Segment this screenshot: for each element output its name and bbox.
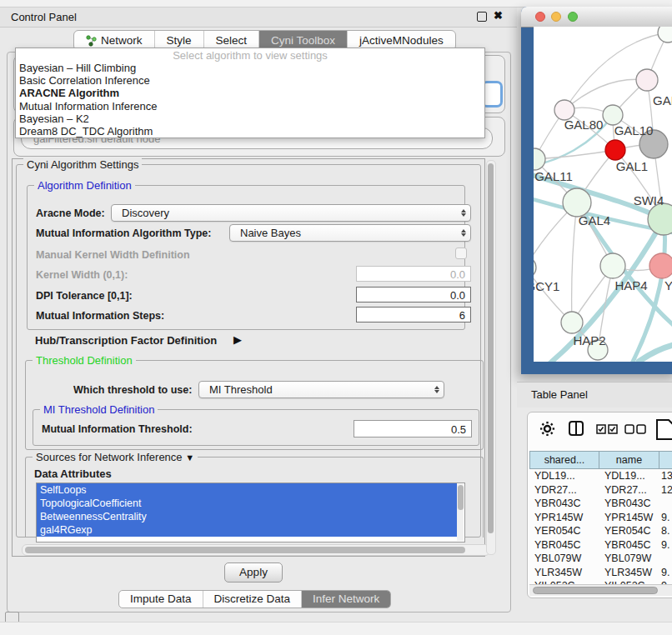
gear-icon[interactable] [539,421,555,437]
column-header[interactable]: A [659,451,672,469]
float-panel-icon[interactable] [477,12,487,22]
new-table-icon[interactable] [655,418,672,441]
panel-title: Control Panel [11,11,77,23]
kernel-width-field[interactable]: 0.0 [356,266,471,282]
group-title: Threshold Definition [33,354,136,367]
table-row[interactable]: YLR345W YLR345W 9. [529,566,672,580]
hub-definition-label: Hub/Transcription Factor Definition [35,334,217,347]
network-icon [86,35,97,47]
list-item[interactable]: TopologicalCoefficient [37,497,457,510]
table-row[interactable]: YDL19... YDL19... 13 [529,469,672,483]
list-item[interactable]: gal4RGexp [37,523,457,537]
table-row[interactable]: YER054C YER054C 8. [529,524,672,538]
table-horizontal-scrollbar[interactable] [529,584,672,596]
tab-discretize-data[interactable]: Discretize Data [203,591,302,608]
expand-arrow-icon[interactable]: ▶ [233,333,242,346]
group-title: Sources for Network Inference ▼ [33,451,198,463]
node-label: HAP2 [564,333,614,348]
zoom-window-button[interactable] [568,12,578,22]
aracne-mode-label: Aracne Mode: [36,208,105,219]
table-panel-titlebar: Table Panel [517,382,672,408]
dropdown-item-selected[interactable]: ARACNE Algorithm [16,87,484,99]
node-label: GAL11 [534,169,579,183]
dropdown-placeholder: Select algorithm to view settings [16,48,484,62]
list-item[interactable]: SelfLoops [37,483,457,497]
tab-impute-data[interactable]: Impute Data [119,591,203,608]
column-header[interactable]: shared... [529,451,599,469]
node-label: GCY1 [534,279,568,293]
minimize-window-button[interactable] [551,12,561,22]
stepper-icon [434,386,439,394]
table-panel-title: Table Panel [531,388,588,401]
group-title: MI Threshold Definition [40,403,158,416]
node-label: Y [664,278,672,292]
dpi-tolerance-field[interactable]: 0.0 [356,287,471,302]
table-header-row: shared... name A [529,451,672,469]
collapse-arrow-icon[interactable]: ▼ [185,452,194,462]
group-title: Cyni Algorithm Settings [23,158,142,171]
mi-threshold-label: Mutual Information Threshold: [42,423,193,435]
mi-steps-label: Mutual Information Steps: [36,310,164,322]
node-label: GAL80 [559,118,609,132]
data-attributes-label: Data Attributes [34,468,112,480]
dropdown-item[interactable]: Mutual Information Inference [16,100,484,112]
table-row[interactable]: YPR145W YPR145W 9. [529,511,672,525]
node-label: GAL [653,93,672,108]
settings-vertical-scrollbar[interactable] [486,160,496,555]
stepper-icon [461,209,466,218]
stepper-icon [461,229,466,238]
mi-steps-field[interactable]: 6 [356,307,471,322]
mi-threshold-group: MI Threshold Definition Mutual Informati… [33,409,479,446]
network-canvas[interactable]: GAL GAL80 GAL10 GAL1 GAL11 SWI4 GAL4 GCY… [534,27,672,362]
dropdown-item[interactable]: Basic Correlation Inference [16,74,484,87]
dpi-tolerance-label: DPI Tolerance [0,1]: [36,290,133,302]
which-threshold-label: Which threshold to use: [73,384,192,396]
node-label: GAL4 [569,213,619,228]
close-panel-icon[interactable]: ✖ [494,9,503,22]
aracne-mode-combo[interactable]: Discovery [111,204,471,222]
table-row[interactable]: YBL079W YBL079W [529,552,672,566]
mi-algorithm-type-label: Mutual Information Algorithm Type: [36,228,211,239]
kernel-width-label: Kernel Width (0,1): [36,269,128,281]
cyni-algorithm-settings-group: Cyni Algorithm Settings Algorithm Defini… [16,164,481,538]
node-label: SWI4 [624,193,672,208]
bottom-tabbar: Impute Data Discretize Data Infer Networ… [118,590,391,608]
list-scrollbar[interactable] [457,484,464,541]
node-label: GAL10 [609,123,659,138]
horizontal-scrollbar[interactable] [22,544,490,556]
tab-infer-network[interactable]: Infer Network [301,591,390,608]
status-bar [0,622,672,635]
mi-threshold-field[interactable]: 0.5 [354,420,472,438]
dropdown-item[interactable]: Bayesian – Hill Climbing [16,62,484,74]
select-all-checkboxes-icon[interactable] [596,424,619,434]
column-header[interactable]: name [599,451,659,469]
network-window-titlebar [521,7,672,28]
settings-scrollpane: Cyni Algorithm Settings Algorithm Defini… [12,158,485,557]
dropdown-item[interactable]: Bayesian – K2 [16,112,484,125]
table-panel: shared... name A YDL19... YDL19... 13 YD… [527,412,672,598]
apply-button[interactable]: Apply [224,562,283,582]
dropdown-item[interactable]: Dream8 DC_TDC Algorithm [16,125,484,138]
threshold-definition-group: Threshold Definition Which threshold to … [25,360,484,450]
table-row[interactable]: YDR27... YDR27... 12 [529,483,672,498]
group-title: Algorithm Definition [34,179,135,192]
node-label: HAP4 [606,278,656,292]
manual-kernel-label: Manual Kernel Width Definition [36,249,190,261]
close-window-button[interactable] [535,12,545,22]
mi-algorithm-type-combo[interactable]: Naive Bayes [229,224,471,242]
column-selector-icon[interactable] [568,420,584,437]
tab-label: Network [101,34,143,47]
application-window: Control Panel ✖ Network Style Select Cyn… [0,0,672,635]
list-item[interactable]: BetweennessCentrality [37,510,457,523]
algorithm-dropdown-popup: Select algorithm to view settings Bayesi… [15,48,485,138]
sources-group: Sources for Network Inference ▼ Data Att… [25,457,484,538]
table-row[interactable]: YBR045C YBR045C 9. [529,538,672,552]
table-row[interactable]: YBR043C YBR043C [529,497,672,511]
manual-kernel-checkbox[interactable] [455,248,467,259]
data-attributes-list: SelfLoops TopologicalCoefficient Between… [36,482,465,542]
clear-all-checkboxes-icon[interactable] [624,424,647,434]
node-label: GAL1 [607,159,657,173]
algorithm-definition-group: Algorithm Definition Aracne Mode: Discov… [27,185,465,330]
which-threshold-combo[interactable]: MI Threshold [198,381,444,398]
control-panel-titlebar: Control Panel ✖ [0,8,517,28]
